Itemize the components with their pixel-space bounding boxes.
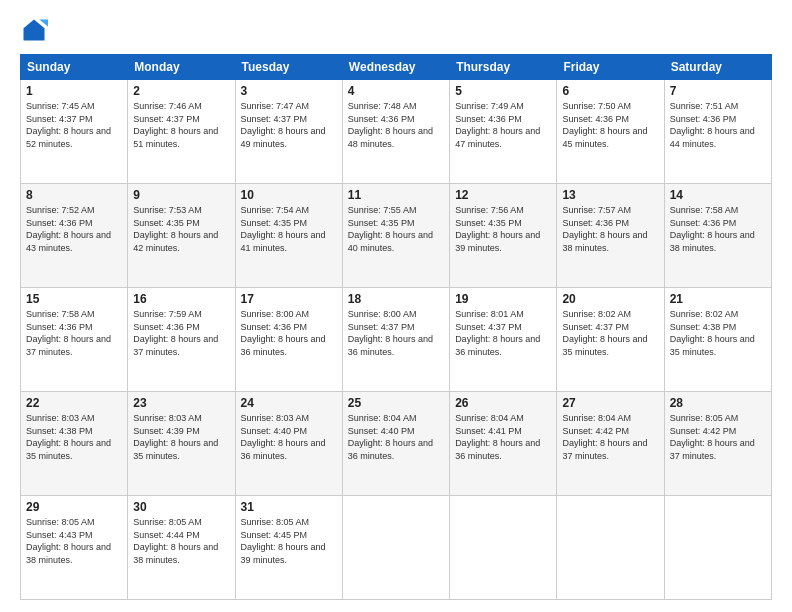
calendar-cell: 12Sunrise: 7:56 AMSunset: 4:35 PMDayligh… — [450, 184, 557, 288]
day-info: Sunrise: 7:51 AMSunset: 4:36 PMDaylight:… — [670, 100, 766, 150]
calendar-cell: 1Sunrise: 7:45 AMSunset: 4:37 PMDaylight… — [21, 80, 128, 184]
calendar-cell: 2Sunrise: 7:46 AMSunset: 4:37 PMDaylight… — [128, 80, 235, 184]
calendar-cell: 7Sunrise: 7:51 AMSunset: 4:36 PMDaylight… — [664, 80, 771, 184]
calendar-cell: 22Sunrise: 8:03 AMSunset: 4:38 PMDayligh… — [21, 392, 128, 496]
calendar-cell: 5Sunrise: 7:49 AMSunset: 4:36 PMDaylight… — [450, 80, 557, 184]
day-info: Sunrise: 7:47 AMSunset: 4:37 PMDaylight:… — [241, 100, 337, 150]
day-info: Sunrise: 7:52 AMSunset: 4:36 PMDaylight:… — [26, 204, 122, 254]
calendar-cell: 23Sunrise: 8:03 AMSunset: 4:39 PMDayligh… — [128, 392, 235, 496]
day-info: Sunrise: 8:00 AMSunset: 4:36 PMDaylight:… — [241, 308, 337, 358]
calendar-day-header: Saturday — [664, 55, 771, 80]
calendar-cell: 8Sunrise: 7:52 AMSunset: 4:36 PMDaylight… — [21, 184, 128, 288]
day-info: Sunrise: 8:02 AMSunset: 4:37 PMDaylight:… — [562, 308, 658, 358]
calendar-cell — [450, 496, 557, 600]
day-number: 16 — [133, 292, 229, 306]
calendar-cell — [664, 496, 771, 600]
calendar-week-row: 1Sunrise: 7:45 AMSunset: 4:37 PMDaylight… — [21, 80, 772, 184]
day-number: 20 — [562, 292, 658, 306]
calendar-cell: 13Sunrise: 7:57 AMSunset: 4:36 PMDayligh… — [557, 184, 664, 288]
day-info: Sunrise: 8:03 AMSunset: 4:39 PMDaylight:… — [133, 412, 229, 462]
calendar-cell: 18Sunrise: 8:00 AMSunset: 4:37 PMDayligh… — [342, 288, 449, 392]
calendar-cell: 4Sunrise: 7:48 AMSunset: 4:36 PMDaylight… — [342, 80, 449, 184]
day-info: Sunrise: 8:04 AMSunset: 4:42 PMDaylight:… — [562, 412, 658, 462]
day-number: 18 — [348, 292, 444, 306]
day-number: 14 — [670, 188, 766, 202]
calendar-body: 1Sunrise: 7:45 AMSunset: 4:37 PMDaylight… — [21, 80, 772, 600]
calendar-cell: 16Sunrise: 7:59 AMSunset: 4:36 PMDayligh… — [128, 288, 235, 392]
day-number: 4 — [348, 84, 444, 98]
day-number: 2 — [133, 84, 229, 98]
calendar-cell: 14Sunrise: 7:58 AMSunset: 4:36 PMDayligh… — [664, 184, 771, 288]
logo — [20, 16, 52, 44]
day-info: Sunrise: 7:55 AMSunset: 4:35 PMDaylight:… — [348, 204, 444, 254]
day-number: 23 — [133, 396, 229, 410]
calendar-table: SundayMondayTuesdayWednesdayThursdayFrid… — [20, 54, 772, 600]
calendar-day-header: Thursday — [450, 55, 557, 80]
day-number: 19 — [455, 292, 551, 306]
day-info: Sunrise: 7:57 AMSunset: 4:36 PMDaylight:… — [562, 204, 658, 254]
calendar-header-row: SundayMondayTuesdayWednesdayThursdayFrid… — [21, 55, 772, 80]
calendar-cell: 30Sunrise: 8:05 AMSunset: 4:44 PMDayligh… — [128, 496, 235, 600]
day-info: Sunrise: 7:50 AMSunset: 4:36 PMDaylight:… — [562, 100, 658, 150]
day-info: Sunrise: 8:05 AMSunset: 4:44 PMDaylight:… — [133, 516, 229, 566]
day-number: 9 — [133, 188, 229, 202]
day-info: Sunrise: 7:45 AMSunset: 4:37 PMDaylight:… — [26, 100, 122, 150]
day-info: Sunrise: 8:04 AMSunset: 4:41 PMDaylight:… — [455, 412, 551, 462]
day-info: Sunrise: 8:02 AMSunset: 4:38 PMDaylight:… — [670, 308, 766, 358]
calendar-day-header: Monday — [128, 55, 235, 80]
page: SundayMondayTuesdayWednesdayThursdayFrid… — [0, 0, 792, 612]
logo-icon — [20, 16, 48, 44]
calendar-day-header: Wednesday — [342, 55, 449, 80]
calendar-cell — [557, 496, 664, 600]
day-number: 10 — [241, 188, 337, 202]
day-info: Sunrise: 7:58 AMSunset: 4:36 PMDaylight:… — [26, 308, 122, 358]
day-number: 11 — [348, 188, 444, 202]
calendar-cell: 20Sunrise: 8:02 AMSunset: 4:37 PMDayligh… — [557, 288, 664, 392]
day-info: Sunrise: 8:01 AMSunset: 4:37 PMDaylight:… — [455, 308, 551, 358]
day-number: 1 — [26, 84, 122, 98]
day-info: Sunrise: 8:03 AMSunset: 4:38 PMDaylight:… — [26, 412, 122, 462]
header — [20, 16, 772, 44]
calendar-cell: 28Sunrise: 8:05 AMSunset: 4:42 PMDayligh… — [664, 392, 771, 496]
day-number: 13 — [562, 188, 658, 202]
calendar-cell: 27Sunrise: 8:04 AMSunset: 4:42 PMDayligh… — [557, 392, 664, 496]
day-number: 31 — [241, 500, 337, 514]
day-number: 25 — [348, 396, 444, 410]
calendar-day-header: Sunday — [21, 55, 128, 80]
calendar-cell: 11Sunrise: 7:55 AMSunset: 4:35 PMDayligh… — [342, 184, 449, 288]
day-info: Sunrise: 7:53 AMSunset: 4:35 PMDaylight:… — [133, 204, 229, 254]
calendar-cell: 15Sunrise: 7:58 AMSunset: 4:36 PMDayligh… — [21, 288, 128, 392]
day-number: 3 — [241, 84, 337, 98]
calendar-cell: 21Sunrise: 8:02 AMSunset: 4:38 PMDayligh… — [664, 288, 771, 392]
calendar-cell: 6Sunrise: 7:50 AMSunset: 4:36 PMDaylight… — [557, 80, 664, 184]
calendar-cell: 10Sunrise: 7:54 AMSunset: 4:35 PMDayligh… — [235, 184, 342, 288]
day-number: 27 — [562, 396, 658, 410]
svg-marker-0 — [24, 20, 45, 41]
calendar-week-row: 15Sunrise: 7:58 AMSunset: 4:36 PMDayligh… — [21, 288, 772, 392]
calendar-week-row: 22Sunrise: 8:03 AMSunset: 4:38 PMDayligh… — [21, 392, 772, 496]
day-number: 6 — [562, 84, 658, 98]
calendar-day-header: Friday — [557, 55, 664, 80]
day-number: 12 — [455, 188, 551, 202]
calendar-week-row: 29Sunrise: 8:05 AMSunset: 4:43 PMDayligh… — [21, 496, 772, 600]
calendar-cell: 19Sunrise: 8:01 AMSunset: 4:37 PMDayligh… — [450, 288, 557, 392]
calendar-week-row: 8Sunrise: 7:52 AMSunset: 4:36 PMDaylight… — [21, 184, 772, 288]
day-number: 8 — [26, 188, 122, 202]
day-info: Sunrise: 7:46 AMSunset: 4:37 PMDaylight:… — [133, 100, 229, 150]
day-info: Sunrise: 8:05 AMSunset: 4:45 PMDaylight:… — [241, 516, 337, 566]
day-number: 22 — [26, 396, 122, 410]
day-number: 17 — [241, 292, 337, 306]
calendar-cell: 9Sunrise: 7:53 AMSunset: 4:35 PMDaylight… — [128, 184, 235, 288]
day-info: Sunrise: 7:54 AMSunset: 4:35 PMDaylight:… — [241, 204, 337, 254]
calendar-cell: 3Sunrise: 7:47 AMSunset: 4:37 PMDaylight… — [235, 80, 342, 184]
day-info: Sunrise: 7:49 AMSunset: 4:36 PMDaylight:… — [455, 100, 551, 150]
day-number: 29 — [26, 500, 122, 514]
day-info: Sunrise: 8:05 AMSunset: 4:43 PMDaylight:… — [26, 516, 122, 566]
calendar-cell: 17Sunrise: 8:00 AMSunset: 4:36 PMDayligh… — [235, 288, 342, 392]
day-number: 30 — [133, 500, 229, 514]
day-info: Sunrise: 7:56 AMSunset: 4:35 PMDaylight:… — [455, 204, 551, 254]
calendar-cell: 29Sunrise: 8:05 AMSunset: 4:43 PMDayligh… — [21, 496, 128, 600]
day-info: Sunrise: 8:04 AMSunset: 4:40 PMDaylight:… — [348, 412, 444, 462]
calendar-cell: 24Sunrise: 8:03 AMSunset: 4:40 PMDayligh… — [235, 392, 342, 496]
calendar-cell: 25Sunrise: 8:04 AMSunset: 4:40 PMDayligh… — [342, 392, 449, 496]
